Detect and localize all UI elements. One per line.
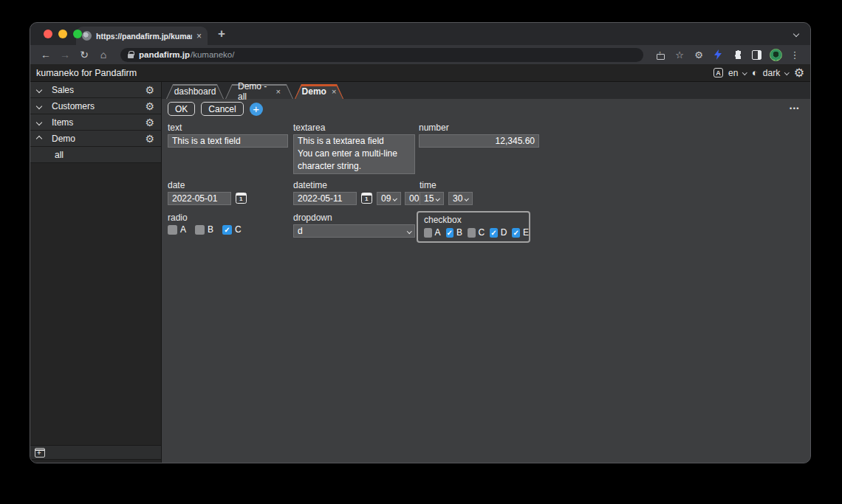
new-tab-button[interactable]: + xyxy=(218,24,225,43)
forward-button[interactable]: → xyxy=(57,49,73,61)
checkbox-option-c[interactable]: ✓ xyxy=(468,228,476,238)
datetime-date-input[interactable]: 2022-05-11 xyxy=(293,192,357,205)
sidebar-subitem-label: all xyxy=(55,150,64,160)
chevron-down-icon xyxy=(465,196,469,201)
radio-option-c[interactable]: ✓ xyxy=(222,225,232,235)
close-window-button[interactable] xyxy=(44,30,52,38)
theme-select[interactable]: dark xyxy=(763,68,780,78)
checkbox-options: ✓ A ✓ B ✓ C ✓ D ✓ E xyxy=(424,227,529,238)
time-hour-select[interactable]: 15 xyxy=(420,192,444,205)
calendar-icon[interactable] xyxy=(236,193,247,204)
number-label: number xyxy=(419,122,449,133)
tab-demo-all[interactable]: Demo - all× xyxy=(225,84,293,99)
bookmark-star-button[interactable]: ☆ xyxy=(671,49,688,61)
radio-label: radio xyxy=(168,213,188,223)
form-content: OK Cancel + ••• text This is a text fiel… xyxy=(162,99,810,463)
chevron-down-icon xyxy=(407,229,411,233)
language-select[interactable]: en xyxy=(728,68,738,78)
items-gear-icon[interactable]: ⚙ xyxy=(145,117,154,128)
checkbox-label: checkbox xyxy=(424,215,529,225)
textarea-input[interactable]: This is a textarea field You can enter a… xyxy=(293,134,415,174)
chevron-down-icon xyxy=(436,196,440,201)
chevron-up-icon xyxy=(36,135,42,141)
extensions-puzzle-icon[interactable] xyxy=(729,50,745,60)
share-button[interactable]: ↑ xyxy=(652,50,668,60)
browser-tabstrip: https://pandafirm.jp/kumaneko × + xyxy=(30,23,810,45)
checkbox-option-b[interactable]: ✓ xyxy=(446,228,454,238)
address-bar[interactable]: pandafirm.jp /kumaneko/ xyxy=(120,48,643,62)
datetime-hour-value: 09 xyxy=(381,193,391,204)
profile-avatar[interactable] xyxy=(767,49,784,61)
sidebar-footer-strip xyxy=(30,460,161,463)
share-arrow-icon: ↑ xyxy=(658,49,662,57)
main-panel: dashboard Demo - all× Demo× OK Cancel + … xyxy=(162,82,810,463)
checkbox-option-d[interactable]: ✓ xyxy=(490,228,498,238)
add-window-icon[interactable] xyxy=(35,448,45,458)
checkbox-option-label: B xyxy=(456,227,462,238)
sidebar-item-demo[interactable]: Demo ⚙ xyxy=(30,131,161,147)
demo-gear-icon[interactable]: ⚙ xyxy=(145,134,154,144)
back-button[interactable]: ← xyxy=(38,49,54,61)
extension-gear-icon[interactable]: ⚙ xyxy=(691,49,707,61)
tab-label: Demo xyxy=(302,86,326,97)
extension-bolt-icon[interactable] xyxy=(710,49,726,60)
app-tabbar: dashboard Demo - all× Demo× xyxy=(162,82,810,99)
datetime-hour-select[interactable]: 09 xyxy=(377,192,401,205)
sidebar-item-label: Demo xyxy=(52,134,75,144)
sales-gear-icon[interactable]: ⚙ xyxy=(145,85,154,95)
minimize-window-button[interactable] xyxy=(58,30,67,38)
datetime-label: datetime xyxy=(293,180,327,190)
date-input[interactable]: 2022-05-01 xyxy=(168,192,231,205)
home-button[interactable]: ⌂ xyxy=(95,49,112,61)
sidebar-item-customers[interactable]: Customers ⚙ xyxy=(30,98,161,114)
number-input[interactable]: 12,345.60 xyxy=(419,134,539,148)
checkbox-option-a[interactable]: ✓ xyxy=(424,228,432,238)
tab-close-icon[interactable]: × xyxy=(332,87,336,96)
browser-tab[interactable]: https://pandafirm.jp/kumaneko × xyxy=(76,27,208,45)
translate-icon: A xyxy=(713,68,723,77)
radio-group: ✓ A ✓ B ✓ C xyxy=(168,224,250,235)
time-minute-select[interactable]: 30 xyxy=(448,192,473,205)
sidebar-item-items[interactable]: Items ⚙ xyxy=(30,114,161,131)
form-toolbar: OK Cancel + xyxy=(168,102,263,116)
dropdown-select[interactable]: d xyxy=(293,224,415,238)
maximize-window-button[interactable] xyxy=(73,30,82,38)
radio-option-label: C xyxy=(235,224,242,235)
calendar-icon[interactable] xyxy=(361,193,372,204)
radio-option-label: A xyxy=(180,224,186,235)
app-header: kumaneko for Pandafirm A en ◐ dark ⚙ xyxy=(30,64,810,82)
chevron-down-icon xyxy=(36,119,42,125)
tab-close-icon[interactable]: × xyxy=(196,31,202,41)
sidebar-item-label: Sales xyxy=(52,85,74,95)
sidebar-item-demo-all[interactable]: all xyxy=(30,147,161,163)
sidebar-item-label: Customers xyxy=(52,101,95,111)
radio-option-label: B xyxy=(208,224,213,235)
browser-window: https://pandafirm.jp/kumaneko × + ← → ↻ … xyxy=(30,22,811,463)
text-input[interactable]: This is a text field xyxy=(168,134,288,148)
time-label: time xyxy=(420,180,437,190)
sidebar-item-sales[interactable]: Sales ⚙ xyxy=(30,82,161,98)
tab-search-chevron-icon[interactable] xyxy=(793,31,799,37)
tab-close-icon[interactable]: × xyxy=(276,87,281,96)
contrast-icon: ◐ xyxy=(752,68,758,77)
datetime-minute-value: 00 xyxy=(409,193,419,204)
more-options-button[interactable]: ••• xyxy=(790,105,800,112)
radio-option-b[interactable]: ✓ xyxy=(195,225,205,235)
tab-dashboard[interactable]: dashboard xyxy=(166,84,224,99)
customers-gear-icon[interactable]: ⚙ xyxy=(145,101,154,111)
lock-icon xyxy=(128,54,134,58)
chevron-down-icon xyxy=(393,196,397,201)
settings-gear-icon[interactable]: ⚙ xyxy=(794,67,804,79)
browser-tab-title: https://pandafirm.jp/kumaneko xyxy=(96,32,192,41)
side-panel-icon[interactable] xyxy=(748,50,764,60)
radio-option-a[interactable]: ✓ xyxy=(168,225,177,235)
checkbox-option-e[interactable]: ✓ xyxy=(512,228,520,238)
cancel-button[interactable]: Cancel xyxy=(201,102,243,116)
add-button[interactable]: + xyxy=(250,103,263,116)
checkbox-option-label: A xyxy=(435,227,441,238)
ok-button[interactable]: OK xyxy=(168,102,195,116)
tab-demo[interactable]: Demo× xyxy=(295,84,343,99)
reload-button[interactable]: ↻ xyxy=(76,49,92,61)
checkbox-option-label: C xyxy=(479,227,485,238)
browser-menu-button[interactable]: ⋮ xyxy=(787,49,803,61)
